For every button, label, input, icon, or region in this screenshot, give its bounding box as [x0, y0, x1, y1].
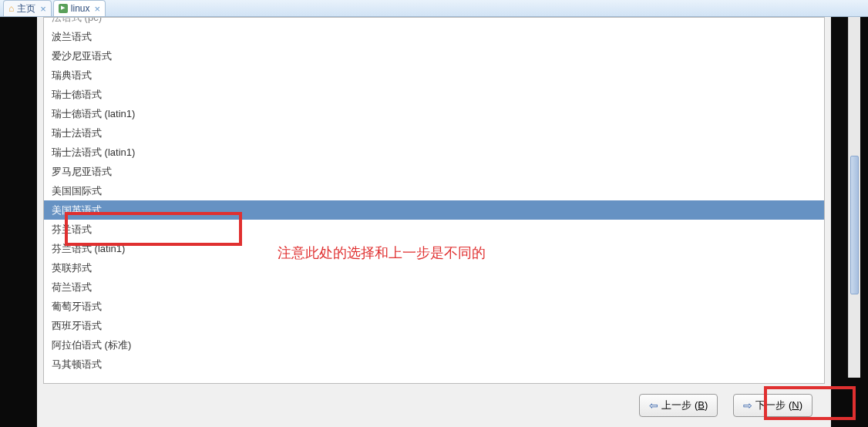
- arrow-left-icon: ⇦: [649, 399, 658, 412]
- vm-icon: [59, 4, 68, 13]
- tab-label: 主页: [17, 2, 35, 15]
- back-button[interactable]: ⇦ 上一步 (B): [639, 394, 718, 417]
- arrow-right-icon: ⇨: [743, 399, 752, 412]
- list-item[interactable]: 瑞士法语式: [44, 123, 824, 143]
- close-icon[interactable]: ×: [40, 3, 46, 15]
- list-item[interactable]: 葡萄牙语式: [44, 297, 824, 316]
- list-item[interactable]: 瑞士法语式 (latin1): [44, 143, 824, 162]
- list-item[interactable]: 罗马尼亚语式: [44, 162, 824, 181]
- list-item[interactable]: 瑞士德语式: [44, 85, 824, 104]
- home-icon: ⌂: [8, 3, 14, 14]
- close-icon[interactable]: ×: [95, 3, 101, 15]
- list-item[interactable]: 西班牙语式: [44, 316, 824, 335]
- tab-home[interactable]: ⌂ 主页 ×: [3, 0, 52, 16]
- keyboard-layout-list[interactable]: 法语式 (pc)波兰语式爱沙尼亚语式瑞典语式瑞士德语式瑞士德语式 (latin1…: [43, 17, 825, 384]
- button-bar: ⇦ 上一步 (B) ⇨ 下一步 (N): [37, 384, 831, 427]
- list-item[interactable]: 马其顿语式: [44, 355, 824, 374]
- list-item[interactable]: 阿拉伯语式 (标准): [44, 335, 824, 355]
- list-item[interactable]: 瑞士德语式 (latin1): [44, 104, 824, 123]
- list-item[interactable]: 美国英语式: [44, 200, 824, 220]
- tab-bar: ⌂ 主页 × linux ×: [0, 0, 868, 17]
- list-item[interactable]: 波兰语式: [44, 27, 824, 46]
- list-item[interactable]: 爱沙尼亚语式: [44, 46, 824, 66]
- list-item[interactable]: 瑞典语式: [44, 66, 824, 85]
- list-item[interactable]: 荷兰语式: [44, 277, 824, 297]
- tab-label: linux: [71, 3, 90, 14]
- list-item[interactable]: 芬兰语式: [44, 220, 824, 239]
- content-area: 法语式 (pc)波兰语式爱沙尼亚语式瑞典语式瑞士德语式瑞士德语式 (latin1…: [0, 17, 868, 427]
- annotation-text: 注意此处的选择和上一步是不同的: [278, 244, 486, 262]
- tab-linux[interactable]: linux ×: [53, 0, 106, 16]
- scrollbar-thumb[interactable]: [850, 156, 859, 294]
- dialog: 法语式 (pc)波兰语式爱沙尼亚语式瑞典语式瑞士德语式瑞士德语式 (latin1…: [37, 17, 831, 427]
- next-button[interactable]: ⇨ 下一步 (N): [733, 394, 812, 417]
- list-item[interactable]: 法语式 (pc): [44, 17, 824, 27]
- list-item[interactable]: 美国国际式: [44, 181, 824, 200]
- scrollbar[interactable]: [848, 17, 860, 378]
